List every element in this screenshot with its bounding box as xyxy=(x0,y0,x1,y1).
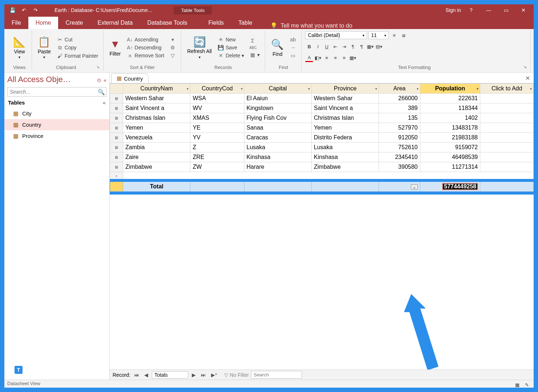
row-expand-icon[interactable]: ⊞ xyxy=(110,162,123,172)
alt-row-button[interactable]: ▤▾ xyxy=(375,42,383,50)
table-row[interactable]: ⊞Western SaharWSAEl AaiunWestern Sahar26… xyxy=(110,94,534,103)
chevron-down-icon[interactable]: ▾ xyxy=(308,87,310,91)
record-search-input[interactable] xyxy=(251,371,302,379)
totals-button[interactable]: Σ xyxy=(248,37,261,44)
dialog-launcher-icon[interactable]: ↘ xyxy=(96,65,100,69)
row-expand-icon[interactable]: ⊞ xyxy=(110,113,123,123)
more-records-button[interactable]: ▦▾ xyxy=(248,51,261,58)
nav-dropdown-icon[interactable]: ⊙ xyxy=(97,77,101,83)
find-button[interactable]: 🔍 Find xyxy=(269,38,286,58)
dialog-launcher-icon[interactable]: ↘ xyxy=(523,65,527,69)
replace-button[interactable]: ab xyxy=(288,36,298,43)
totals-row[interactable]: Total⌄5774449258 xyxy=(110,182,534,192)
column-header[interactable]: Province▾ xyxy=(311,84,379,94)
undo-icon[interactable]: ↶ xyxy=(19,5,29,15)
column-header[interactable]: CountryNam▾ xyxy=(123,84,190,94)
document-tab-country[interactable]: ▦ Country xyxy=(111,73,149,83)
chevron-down-icon[interactable]: ⌄ xyxy=(411,184,418,189)
search-icon[interactable]: 🔍 xyxy=(97,87,106,96)
redo-icon[interactable]: ↷ xyxy=(31,5,41,15)
row-expand-icon[interactable]: ⊞ xyxy=(110,133,123,143)
align-center-button[interactable]: ≡ xyxy=(331,54,339,62)
table-row[interactable]: ⊞VenezuelaYVCaracasDistrito Federa912050… xyxy=(110,133,534,143)
italic-button[interactable]: I xyxy=(314,42,322,50)
save-record-button[interactable]: 💾Save xyxy=(216,44,246,51)
nav-search-input[interactable] xyxy=(8,87,97,96)
record-position[interactable]: Totals xyxy=(152,371,188,379)
tab-external-data[interactable]: External Data xyxy=(90,17,140,29)
select-all-cell[interactable] xyxy=(110,84,123,94)
ltr-button[interactable]: ¶ xyxy=(349,42,357,50)
minimize-icon[interactable]: — xyxy=(481,4,496,16)
help-icon[interactable]: ? xyxy=(464,4,478,16)
new-row[interactable]: * xyxy=(110,172,534,182)
tab-create[interactable]: Create xyxy=(58,17,90,29)
column-header[interactable]: Capital▾ xyxy=(244,84,311,94)
row-expand-icon[interactable]: ⊞ xyxy=(110,94,123,103)
indent-increase-button[interactable]: ⇥ xyxy=(340,42,348,50)
row-expand-icon[interactable]: ⊞ xyxy=(110,103,123,113)
table-row[interactable]: ⊞ZambiaZLusakaLusaka7526109159072 xyxy=(110,143,534,152)
bullets-icon[interactable]: ≡ xyxy=(390,31,398,39)
table-row[interactable]: ⊞ZaireZREKinshasaKinshasa234541046498539 xyxy=(110,152,534,162)
totals-area-cell[interactable]: ⌄ xyxy=(379,182,420,192)
column-header[interactable]: CountryCod▾ xyxy=(190,84,244,94)
close-icon[interactable]: ✕ xyxy=(516,4,531,16)
chevron-down-icon[interactable]: ▾ xyxy=(530,87,532,91)
row-expand-icon[interactable]: ⊞ xyxy=(110,143,123,152)
fill-color-button[interactable]: ◧▾ xyxy=(314,54,322,62)
tell-me-search[interactable]: 💡 Tell me what you want to do xyxy=(270,22,352,29)
prev-record-button[interactable]: ◀ xyxy=(143,372,150,378)
chevron-down-icon[interactable]: ▾ xyxy=(417,87,418,91)
chevron-down-icon[interactable]: ▾ xyxy=(477,87,478,91)
tab-file[interactable]: File xyxy=(4,17,28,29)
gridlines-button[interactable]: ▦▾ xyxy=(366,42,374,50)
filter-button[interactable]: ▼ Filter xyxy=(107,38,123,57)
restore-icon[interactable]: ▭ xyxy=(499,4,513,16)
column-header[interactable]: Area▾ xyxy=(379,84,420,94)
new-record-nav-button[interactable]: ▶* xyxy=(210,372,218,378)
align-right-button[interactable]: ≡ xyxy=(340,54,348,62)
remove-sort-button[interactable]: ⨯Remove Sort xyxy=(125,52,166,59)
refresh-all-button[interactable]: 🔄 Refresh All ▾ xyxy=(185,35,214,60)
nav-item-country[interactable]: ▦Country xyxy=(4,119,109,130)
view-button[interactable]: 📐 View ▾ xyxy=(11,35,28,60)
nav-item-city[interactable]: ▦City xyxy=(4,108,109,119)
filter-indicator[interactable]: ▽ No Filter xyxy=(224,372,249,378)
paste-button[interactable]: 📋 Paste ▾ xyxy=(36,35,53,60)
table-row[interactable]: ⊞YemenYESanaaYemen52797013483178 xyxy=(110,123,534,133)
save-icon[interactable]: 💾 xyxy=(7,5,17,15)
first-record-button[interactable]: ⏮ xyxy=(133,372,141,378)
copy-button[interactable]: ⧉Copy xyxy=(55,44,100,52)
table-row[interactable]: ⊞Saint Vincent aWVKingstownSaint Vincent… xyxy=(110,103,534,113)
underline-button[interactable]: U xyxy=(323,42,331,50)
indent-decrease-button[interactable]: ⇤ xyxy=(331,42,339,50)
table-row[interactable]: ⊞ZimbabweZWHarareZimbabwe39058011271314 xyxy=(110,162,534,172)
tab-fields[interactable]: Fields xyxy=(201,17,231,29)
document-close-icon[interactable]: ✕ xyxy=(522,73,534,83)
nav-category-tables[interactable]: Tables « xyxy=(4,97,109,108)
format-painter-button[interactable]: 🖌Format Painter xyxy=(55,52,100,60)
bold-button[interactable]: B xyxy=(305,42,313,50)
numbering-icon[interactable]: ≣ xyxy=(400,31,408,39)
font-size-combo[interactable]: 11▾ xyxy=(368,31,389,39)
select-button[interactable]: ▭ xyxy=(288,52,298,59)
totals-population-cell[interactable]: 5774449258 xyxy=(420,182,480,192)
datasheet-view-icon[interactable]: ▦ xyxy=(513,381,521,389)
datasheet[interactable]: CountryNam▾CountryCod▾Capital▾Province▾A… xyxy=(110,83,534,192)
column-header[interactable]: Click to Add▾ xyxy=(480,84,534,94)
row-expand-icon[interactable]: ⊞ xyxy=(110,152,123,162)
spelling-button[interactable]: ABC xyxy=(248,45,261,50)
rtl-button[interactable]: ¶ xyxy=(357,42,365,50)
sign-in-link[interactable]: Sign in xyxy=(445,7,461,13)
design-view-icon[interactable]: ✎ xyxy=(523,381,531,389)
sort-desc-button[interactable]: A↑Descending xyxy=(125,44,166,51)
font-color-button[interactable]: A xyxy=(305,54,313,62)
nav-search[interactable]: 🔍 xyxy=(7,87,106,97)
tab-database-tools[interactable]: Database Tools xyxy=(140,17,194,29)
nav-item-province[interactable]: ▦Province xyxy=(4,130,109,142)
goto-button[interactable]: → xyxy=(288,44,298,51)
toggle-filter-button[interactable]: ▽ xyxy=(168,52,177,59)
table-row[interactable]: ⊞Christmas IslanXMASFlying Fish CovChris… xyxy=(110,113,534,123)
chevron-down-icon[interactable]: ▾ xyxy=(187,87,189,91)
